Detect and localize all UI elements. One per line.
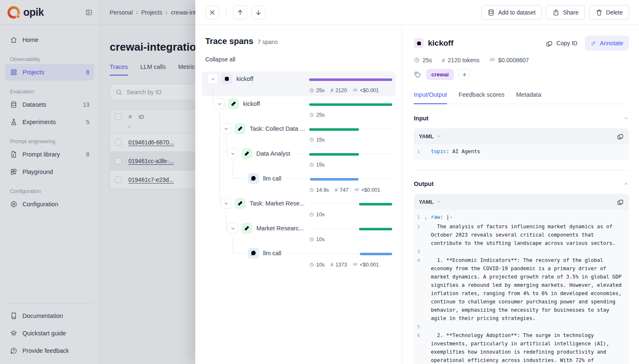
span-count: 7 spans xyxy=(258,39,278,45)
link-span-icon xyxy=(235,123,246,134)
input-code-block: YAML 1topic: AI Agents xyxy=(414,128,629,160)
span-cost: <$0.001 xyxy=(353,88,379,93)
span-row[interactable]: kickoff25s#2120<$0.001 xyxy=(202,71,396,96)
detail-scroll-area[interactable]: Input YAML 1topic: AI Agents xyxy=(414,104,629,364)
clock-icon xyxy=(309,212,314,217)
hash-icon: # xyxy=(442,57,445,64)
detail-tab-metadata[interactable]: Metadata xyxy=(516,91,541,104)
span-label[interactable]: kickoff xyxy=(236,76,253,82)
collapse-all-button[interactable]: Collapse all xyxy=(195,56,402,63)
span-cost: <$0.001 xyxy=(353,262,379,268)
share-button[interactable]: Share xyxy=(546,5,585,20)
span-duration: 15s xyxy=(309,162,324,168)
code-line: 2 The analysis of factors influencing ma… xyxy=(417,222,624,247)
span-label[interactable]: Market Researc... xyxy=(256,225,304,232)
span-label[interactable]: Task: Collect Data ... xyxy=(250,125,305,132)
span-collapse-chevron[interactable] xyxy=(227,223,238,234)
clock-icon xyxy=(414,57,420,63)
line-number: 1 xyxy=(417,213,425,222)
span-label[interactable]: kickoff xyxy=(243,100,260,107)
code-line: 6 2. **Technology Adoption**: The surge … xyxy=(417,331,624,364)
input-copy-icon[interactable] xyxy=(617,132,624,140)
chevron-up-icon[interactable] xyxy=(623,115,629,121)
code-line: 1∨raw: |- xyxy=(417,213,624,222)
span-row[interactable]: Task: Market Rese...10s xyxy=(202,196,396,221)
delete-button[interactable]: Delete xyxy=(589,5,629,20)
detail-tab-input-output[interactable]: Input/Output xyxy=(414,91,447,104)
overlay-toolbar: Add to dataset Share Delete xyxy=(195,0,639,25)
output-copy-icon[interactable] xyxy=(617,198,624,205)
span-row[interactable]: kickoff25s xyxy=(202,96,396,121)
span-label[interactable]: Task: Market Rese... xyxy=(250,200,305,207)
code-line: 5 xyxy=(417,322,624,331)
span-row[interactable]: Market Researc...10s xyxy=(202,221,396,246)
tree-connector xyxy=(226,212,226,228)
llm-span-icon xyxy=(248,248,259,259)
span-duration: 10s xyxy=(309,262,324,268)
arrow-down-icon xyxy=(255,9,262,16)
link-span-icon xyxy=(241,148,252,159)
copy-id-button[interactable]: Copy ID xyxy=(546,39,578,47)
fold-chevron-icon[interactable]: ∨ xyxy=(425,213,431,222)
output-section-title: Output xyxy=(414,181,434,187)
span-duration-bar xyxy=(309,153,359,156)
tag-pill[interactable]: crewai xyxy=(426,69,454,80)
trace-spans-panel: Trace spans 7 spans Collapse all kickoff… xyxy=(195,25,402,364)
output-section-header: Output xyxy=(414,181,629,187)
span-collapse-chevron[interactable] xyxy=(214,98,225,109)
llm-span-icon xyxy=(248,173,259,184)
detail-tabs: Input/OutputFeedback scoresMetadata xyxy=(414,91,629,104)
overlay-actions: Add to dataset Share Delete xyxy=(481,5,629,20)
span-metrics: 15s xyxy=(309,162,324,168)
line-number: 6 xyxy=(417,331,425,364)
span-duration-bar xyxy=(359,203,392,205)
next-trace-button[interactable] xyxy=(251,5,265,20)
span-detail-panel: kickoff Copy ID Annotate xyxy=(402,25,639,364)
trash-icon xyxy=(595,9,603,16)
code-text: topic: AI Agents xyxy=(431,147,624,156)
link-span-icon xyxy=(235,198,246,209)
span-duration: 15s xyxy=(309,137,324,143)
span-row[interactable]: llm call14.9s#747<$0.001 xyxy=(202,171,396,196)
code-text: The analysis of factors influencing mark… xyxy=(431,222,624,247)
add-to-dataset-button[interactable]: Add to dataset xyxy=(481,5,542,20)
code-line: 4 1. **Economic Indicators**: The recove… xyxy=(417,256,624,322)
link-span-icon xyxy=(228,98,239,109)
output-code-header: YAML xyxy=(414,194,629,210)
detail-tab-feedback-scores[interactable]: Feedback scores xyxy=(459,91,504,104)
app-root: opik Home ObservabilityProjects8Evaluati… xyxy=(0,0,639,364)
chevron-up-icon[interactable] xyxy=(623,181,629,187)
input-format-select[interactable]: YAML xyxy=(419,133,441,139)
clock-icon xyxy=(309,112,314,117)
input-code: 1topic: AI Agents xyxy=(414,144,629,160)
input-code-header: YAML xyxy=(414,128,629,144)
trace-detail-overlay: Add to dataset Share Delete Trace spans … xyxy=(195,0,639,364)
code-text: 2. **Technology Adoption**: The surge in… xyxy=(431,331,624,364)
code-text xyxy=(431,322,624,331)
span-row[interactable]: llm call10s#1373<$0.001 xyxy=(202,246,396,271)
chevron-down-icon xyxy=(436,199,441,204)
annotate-button[interactable]: Annotate xyxy=(585,36,629,51)
output-format-select[interactable]: YAML xyxy=(419,199,441,205)
span-collapse-chevron[interactable] xyxy=(207,73,218,84)
add-tag-button[interactable] xyxy=(459,69,470,80)
span-collapse-chevron[interactable] xyxy=(221,123,231,134)
span-collapse-chevron[interactable] xyxy=(221,198,231,209)
toolbar-divider xyxy=(226,8,226,17)
line-number: 4 xyxy=(417,256,425,322)
previous-trace-button[interactable] xyxy=(233,5,247,20)
trace-icon xyxy=(414,38,424,48)
span-label[interactable]: Data Analyst xyxy=(256,150,290,157)
code-text: 1. **Economic Indicators**: The recovery… xyxy=(431,256,624,322)
close-button[interactable] xyxy=(205,5,219,20)
span-collapse-chevron[interactable] xyxy=(227,148,238,159)
chevron-down-icon xyxy=(436,134,441,139)
span-row[interactable]: Data Analyst15s xyxy=(202,146,396,171)
share-icon xyxy=(552,9,560,16)
span-label[interactable]: llm call xyxy=(263,175,281,182)
tokens-stat: # 2120 tokens xyxy=(442,57,480,64)
span-metrics: 25s xyxy=(309,112,324,118)
span-duration-bar xyxy=(309,128,359,131)
span-row[interactable]: Task: Collect Data ...15s xyxy=(202,121,396,146)
span-label[interactable]: llm call xyxy=(263,250,281,257)
